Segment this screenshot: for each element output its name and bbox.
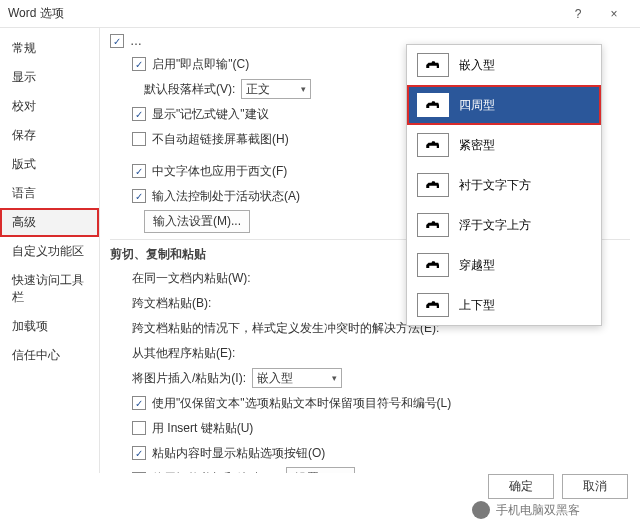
wrap-option-1[interactable]: 四周型 (407, 85, 601, 125)
wrap-option-icon (417, 293, 449, 317)
wrap-option-label: 紧密型 (459, 137, 495, 154)
wrap-option-label: 衬于文字下方 (459, 177, 531, 194)
checkbox-show-memory[interactable] (132, 107, 146, 121)
from-other-label: 从其他程序粘贴(E): (132, 345, 235, 362)
sidebar-item-trust[interactable]: 信任中心 (0, 341, 99, 370)
sidebar-item-general[interactable]: 常规 (0, 34, 99, 63)
wechat-icon (472, 501, 490, 519)
wrap-option-6[interactable]: 上下型 (407, 285, 601, 325)
sidebar: 常规 显示 校对 保存 版式 语言 高级 自定义功能区 快速访问工具栏 加载项 … (0, 28, 100, 473)
sidebar-item-quickaccess[interactable]: 快速访问工具栏 (0, 266, 99, 312)
wrap-option-2[interactable]: 紧密型 (407, 125, 601, 165)
enable-click-type-label: 启用"即点即输"(C) (152, 56, 249, 73)
cancel-button[interactable]: 取消 (562, 474, 628, 499)
checkbox-smart-cut[interactable] (132, 472, 146, 474)
wrap-option-icon (417, 93, 449, 117)
wrap-option-icon (417, 253, 449, 277)
default-para-label: 默认段落样式(V): (144, 81, 235, 98)
wrap-option-label: 嵌入型 (459, 57, 495, 74)
wrap-option-label: 四周型 (459, 97, 495, 114)
sidebar-item-addins[interactable]: 加载项 (0, 312, 99, 341)
footer: 确定 取消 (488, 474, 628, 499)
chevron-down-icon: ▾ (332, 373, 337, 383)
checkbox-top[interactable] (110, 34, 124, 48)
sidebar-item-display[interactable]: 显示 (0, 63, 99, 92)
help-button[interactable]: ? (560, 0, 596, 28)
default-para-select[interactable]: 正文▾ (241, 79, 311, 99)
sidebar-item-advanced[interactable]: 高级 (0, 208, 99, 237)
sidebar-item-save[interactable]: 保存 (0, 121, 99, 150)
ime-settings-button[interactable]: 输入法设置(M)... (144, 210, 250, 233)
checkbox-insert-key[interactable] (132, 421, 146, 435)
checkbox-cn-font[interactable] (132, 164, 146, 178)
wrap-option-label: 浮于文字上方 (459, 217, 531, 234)
insert-pic-label: 将图片插入/粘贴为(I): (132, 370, 246, 387)
paste-settings-button[interactable]: 设置(N)... (286, 467, 355, 473)
sidebar-item-proofing[interactable]: 校对 (0, 92, 99, 121)
cross-doc-label: 跨文档粘贴(B): (132, 295, 211, 312)
checkbox-no-auto-shot[interactable] (132, 132, 146, 146)
ok-button[interactable]: 确定 (488, 474, 554, 499)
checkbox-keep-text[interactable] (132, 396, 146, 410)
insert-pic-select[interactable]: 嵌入型▾ (252, 368, 342, 388)
wrap-style-dropdown: 嵌入型四周型紧密型衬于文字下方浮于文字上方穿越型上下型 (406, 44, 602, 326)
window-title: Word 选项 (8, 5, 560, 22)
same-doc-label: 在同一文档内粘贴(W): (132, 270, 251, 287)
close-button[interactable]: × (596, 0, 632, 28)
wechat-watermark: 手机电脑双黑客 (472, 501, 580, 519)
wrap-option-label: 上下型 (459, 297, 495, 314)
titlebar: Word 选项 ? × (0, 0, 640, 28)
wrap-option-0[interactable]: 嵌入型 (407, 45, 601, 85)
checkbox-ime-control[interactable] (132, 189, 146, 203)
content: … 启用"即点即输"(C) 默认段落样式(V): 正文▾ 显示"记忆式键入"建议… (100, 28, 640, 473)
wrap-option-label: 穿越型 (459, 257, 495, 274)
sidebar-item-customize-ribbon[interactable]: 自定义功能区 (0, 237, 99, 266)
wrap-option-icon (417, 133, 449, 157)
sidebar-item-layout[interactable]: 版式 (0, 150, 99, 179)
sidebar-item-language[interactable]: 语言 (0, 179, 99, 208)
wrap-option-icon (417, 53, 449, 77)
wrap-option-4[interactable]: 浮于文字上方 (407, 205, 601, 245)
wrap-option-5[interactable]: 穿越型 (407, 245, 601, 285)
wrap-option-icon (417, 173, 449, 197)
main-area: 常规 显示 校对 保存 版式 语言 高级 自定义功能区 快速访问工具栏 加载项 … (0, 28, 640, 473)
insert-pic-row: 将图片插入/粘贴为(I): 嵌入型▾ (132, 367, 630, 389)
wrap-option-icon (417, 213, 449, 237)
checkbox-click-type[interactable] (132, 57, 146, 71)
cross-conflict-label: 跨文档粘贴的情况下，样式定义发生冲突时的解决方法(E): (132, 320, 439, 337)
checkbox-show-paste-btn[interactable] (132, 446, 146, 460)
wrap-option-3[interactable]: 衬于文字下方 (407, 165, 601, 205)
chevron-down-icon: ▾ (301, 84, 306, 94)
